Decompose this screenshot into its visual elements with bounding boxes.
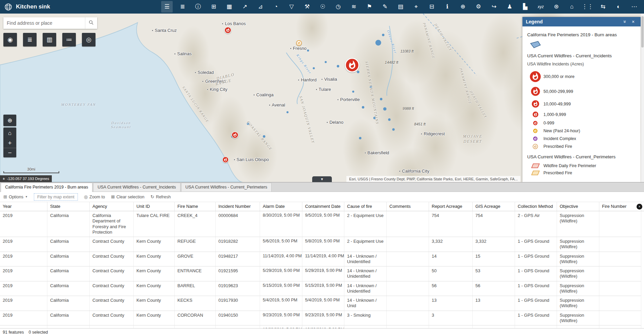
column-header[interactable]: Objective: [557, 202, 599, 211]
chart-icon[interactable]: ▙: [519, 1, 531, 13]
print-icon[interactable]: ▤: [395, 1, 406, 13]
swipe-icon[interactable]: ⇆: [597, 1, 609, 13]
search-input[interactable]: [3, 17, 85, 29]
column-header[interactable]: Unit ID: [134, 202, 175, 211]
legend-close-button[interactable]: ×: [629, 19, 637, 24]
column-header[interactable]: GIS Acreage: [473, 202, 515, 211]
table-tab[interactable]: USA Current Wildfires - Current_Perimete…: [181, 183, 272, 192]
locate-button[interactable]: ⊕: [3, 115, 16, 126]
legend-item: 300,000 or more: [527, 69, 636, 84]
column-header[interactable]: Alarm Date: [260, 202, 302, 211]
infographic-button[interactable]: ▥: [43, 33, 56, 46]
table-row[interactable]: 2019CaliforniaContract CountyKern County…: [0, 311, 641, 326]
batch-attribute-editor-icon[interactable]: ⚒: [301, 1, 313, 13]
column-header[interactable]: Fire Name: [175, 202, 216, 211]
table-cell: 9/5/2019, 5:00 PM: [302, 211, 344, 237]
table-cell: Suppression (Wildfire): [557, 252, 599, 266]
table-scroll-button[interactable]: ×: [637, 204, 642, 210]
basemap-gallery-icon[interactable]: ▦: [223, 1, 235, 13]
zoom-in-button[interactable]: +: [3, 138, 16, 148]
clear-selection-button[interactable]: ⊠ Clear selection: [111, 194, 145, 199]
column-header[interactable]: Incident Number: [216, 202, 260, 211]
legend-scrollbar[interactable]: [641, 14, 644, 182]
zoom-out-button[interactable]: −: [3, 148, 16, 157]
home-button[interactable]: ⌂: [3, 127, 16, 139]
table-cell: 13: [429, 296, 473, 311]
settings-icon[interactable]: ⚙: [473, 1, 484, 13]
fire-marker[interactable]: [222, 156, 229, 163]
legend-item: 1,000-9,999: [527, 110, 636, 119]
column-header[interactable]: Cause of fire: [344, 202, 387, 211]
legend-layer-title: USA Current Wildfires - Current_Incident…: [527, 53, 636, 58]
bookmark-icon[interactable]: ⚑: [364, 1, 375, 13]
column-header[interactable]: Collection Method: [515, 202, 557, 211]
split-view-icon[interactable]: ⊟: [426, 1, 437, 13]
search-button[interactable]: [85, 17, 97, 29]
about-icon[interactable]: ⓘ: [192, 1, 204, 13]
layer-list-icon[interactable]: ≣: [177, 1, 188, 13]
column-header[interactable]: Containment Date: [302, 202, 344, 211]
table-row[interactable]: 2019CaliforniaCalifornia Department of F…: [0, 211, 641, 237]
fire-marker[interactable]: [344, 57, 360, 73]
table-cell: Kern County: [134, 237, 175, 252]
district-lookup-icon[interactable]: ⌂: [566, 1, 578, 13]
parcel-drafter-icon[interactable]: ⋮⋮: [582, 1, 593, 13]
table-row[interactable]: 2019CaliforniaContract CountyKern County…: [0, 237, 641, 252]
table-cell: REFUGE: [175, 237, 216, 252]
legend-collapse-button[interactable]: »: [621, 19, 629, 24]
incident-analysis-icon[interactable]: ♟: [504, 1, 515, 13]
measurement-icon[interactable]: ⊿: [255, 1, 266, 13]
fire-marker[interactable]: [224, 26, 232, 34]
table-tab[interactable]: California Fire Perimeters 2019 - Burn a…: [1, 183, 92, 192]
more-widgets-icon[interactable]: ⋯: [628, 1, 640, 13]
table-tab[interactable]: USA Current Wildfires - Current_Incident…: [93, 183, 180, 192]
table-cell: [473, 311, 515, 325]
directions-icon[interactable]: ↪: [488, 1, 500, 13]
fire-symbol-icon: [527, 136, 543, 141]
add-data-icon[interactable]: ⊞: [208, 1, 219, 13]
table-cell: KECKS: [175, 296, 216, 311]
legend-item-label: New (Past 24-hour): [543, 129, 580, 133]
column-header[interactable]: Year: [0, 202, 47, 211]
coordinates-icon[interactable]: xyz: [535, 1, 546, 13]
near-me-icon[interactable]: ☉: [317, 1, 328, 13]
draw-button[interactable]: ◎: [82, 33, 95, 46]
target-icon: ◎: [84, 194, 88, 199]
table-row[interactable]: 2019CaliforniaContract CountyKern County…: [0, 325, 641, 328]
column-header[interactable]: State: [47, 202, 90, 211]
report-button[interactable]: ≔: [62, 33, 76, 46]
fire-marker[interactable]: [296, 40, 302, 46]
table-row[interactable]: 2019CaliforniaContract CountyKern County…: [0, 266, 641, 281]
situation-awareness-icon[interactable]: ⊕: [457, 1, 469, 13]
column-header[interactable]: Agency: [90, 202, 134, 211]
share-icon[interactable]: ↗: [239, 1, 251, 13]
info-summary-icon[interactable]: ℹ: [442, 1, 453, 13]
options-button[interactable]: ⊞ Options ▼: [3, 194, 28, 199]
column-header[interactable]: Report Acreage: [429, 202, 473, 211]
select-icon[interactable]: ⌖: [410, 1, 422, 13]
zoom-to-button[interactable]: ◎ Zoom to: [84, 194, 105, 199]
analysis-icon[interactable]: ◐: [613, 1, 624, 13]
near-me-button[interactable]: ◉: [3, 33, 17, 46]
legend-icon[interactable]: ☰: [161, 1, 173, 13]
refresh-button[interactable]: ↻ Refresh: [150, 194, 171, 199]
batch-editor-button[interactable]: ≣: [23, 33, 37, 46]
table-cell: 14 - Unknown / Unidentified: [344, 266, 387, 281]
table-cell: 5/29/2019, 5:00 PM: [302, 266, 344, 281]
collapse-table-button[interactable]: ▼: [312, 176, 332, 182]
infographic-icon[interactable]: ◔: [270, 1, 282, 13]
coordinate-conversion-icon[interactable]: ⊛: [551, 1, 562, 13]
filter-by-map-extent-button[interactable]: Filter by map extent: [34, 193, 78, 201]
fire-marker[interactable]: [231, 131, 239, 139]
scrollbar-thumb[interactable]: [641, 16, 644, 47]
table-cell: 2 - GPS Air: [515, 211, 557, 237]
draw-icon[interactable]: ✎: [379, 1, 391, 13]
filter-icon[interactable]: ▽: [286, 1, 297, 13]
column-header[interactable]: Comments: [387, 202, 429, 211]
time-slider-icon[interactable]: ◷: [332, 1, 344, 13]
table-row[interactable]: 2019CaliforniaContract CountyKern County…: [0, 296, 641, 311]
table-row[interactable]: 2019CaliforniaContract CountyKern County…: [0, 252, 641, 267]
table-row[interactable]: 2019CaliforniaContract CountyKern County…: [0, 281, 641, 296]
layers-icon[interactable]: ≋: [348, 1, 360, 13]
column-header[interactable]: Fire Number: [599, 202, 641, 211]
